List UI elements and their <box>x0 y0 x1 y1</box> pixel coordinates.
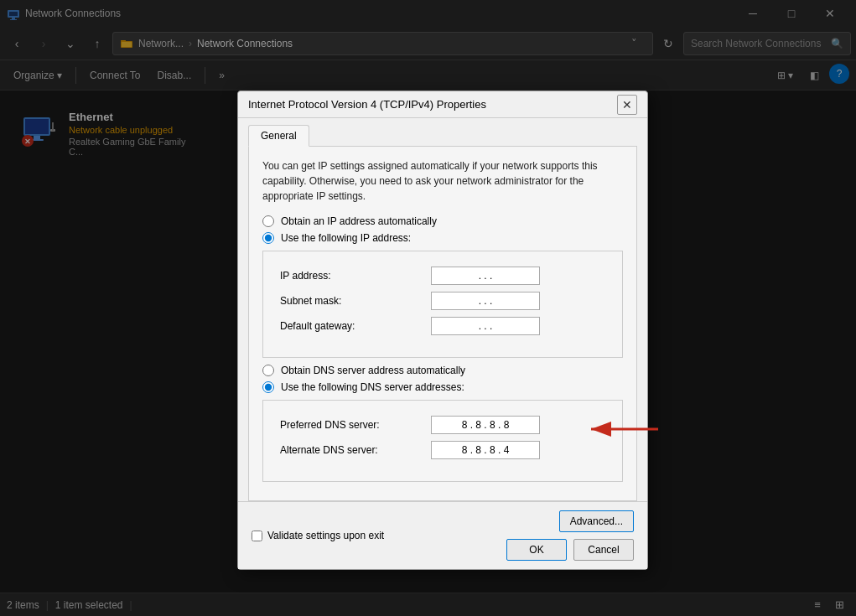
dns-fields-table: Preferred DNS server: Alternate DNS serv… <box>273 412 612 463</box>
validate-label: Validate settings upon exit <box>267 530 384 541</box>
ip-fields-table: IP address: Subnet mask: Default gateway… <box>273 263 612 339</box>
use-dns-label: Use the following DNS server addresses: <box>281 381 464 393</box>
preferred-dns-input[interactable] <box>431 416 540 434</box>
alternate-dns-label: Alternate DNS server: <box>280 444 378 456</box>
preferred-dns-row: Preferred DNS server: <box>273 412 612 437</box>
obtain-dns-radio[interactable] <box>262 365 274 376</box>
default-gateway-row: Default gateway: <box>273 313 612 339</box>
dns-fields-section: Preferred DNS server: Alternate DNS serv… <box>262 400 623 482</box>
alternate-dns-input[interactable] <box>431 441 540 459</box>
advanced-button[interactable]: Advanced... <box>559 510 634 532</box>
obtain-ip-label: Obtain an IP address automatically <box>281 215 437 227</box>
use-ip-row: Use the following IP address: <box>262 232 623 244</box>
tab-general[interactable]: General <box>248 125 309 147</box>
default-gateway-label: Default gateway: <box>280 320 355 332</box>
dns-radio-group: Obtain DNS server address automatically … <box>262 365 623 393</box>
ip-address-row: IP address: <box>273 263 612 288</box>
subnet-mask-label: Subnet mask: <box>280 295 341 307</box>
ip-radio-group: Obtain an IP address automatically Use t… <box>262 215 623 244</box>
use-dns-radio[interactable] <box>262 381 274 393</box>
default-gateway-input[interactable] <box>431 317 540 335</box>
use-dns-row: Use the following DNS server addresses: <box>262 381 623 393</box>
use-ip-radio[interactable] <box>262 232 274 244</box>
dialog-overlay: Internet Protocol Version 4 (TCP/IPv4) P… <box>0 0 856 616</box>
dialog-close-button[interactable]: ✕ <box>617 95 637 115</box>
validate-checkbox[interactable] <box>252 531 262 541</box>
dialog-title-bar: Internet Protocol Version 4 (TCP/IPv4) P… <box>238 91 647 118</box>
dns-section: Obtain DNS server address automatically … <box>262 365 623 482</box>
obtain-dns-row: Obtain DNS server address automatically <box>262 365 623 376</box>
preferred-dns-label: Preferred DNS server: <box>280 419 380 431</box>
dialog-body: You can get IP settings assigned automat… <box>248 146 637 501</box>
dialog-title: Internet Protocol Version 4 (TCP/IPv4) P… <box>248 98 617 111</box>
obtain-ip-row: Obtain an IP address automatically <box>262 215 623 227</box>
dialog-description: You can get IP settings assigned automat… <box>262 158 623 204</box>
obtain-dns-label: Obtain DNS server address automatically <box>281 365 465 376</box>
cancel-button[interactable]: Cancel <box>573 539 634 561</box>
ip-address-input[interactable] <box>431 267 540 285</box>
subnet-mask-row: Subnet mask: <box>273 288 612 313</box>
ip-fields-section: IP address: Subnet mask: Default gateway… <box>262 251 623 358</box>
dialog-tabs: General <box>238 118 647 146</box>
subnet-mask-input[interactable] <box>431 292 540 310</box>
properties-dialog: Internet Protocol Version 4 (TCP/IPv4) P… <box>237 91 648 570</box>
ok-button[interactable]: OK <box>506 539 567 561</box>
ok-cancel-buttons: OK Cancel <box>506 539 634 561</box>
obtain-ip-radio[interactable] <box>262 215 274 227</box>
ip-address-label: IP address: <box>280 270 330 282</box>
dialog-footer: Validate settings upon exit Advanced... … <box>238 501 647 569</box>
use-ip-label: Use the following IP address: <box>281 232 411 244</box>
validate-row: Validate settings upon exit <box>252 530 384 541</box>
alternate-dns-row: Alternate DNS server: <box>273 437 612 463</box>
